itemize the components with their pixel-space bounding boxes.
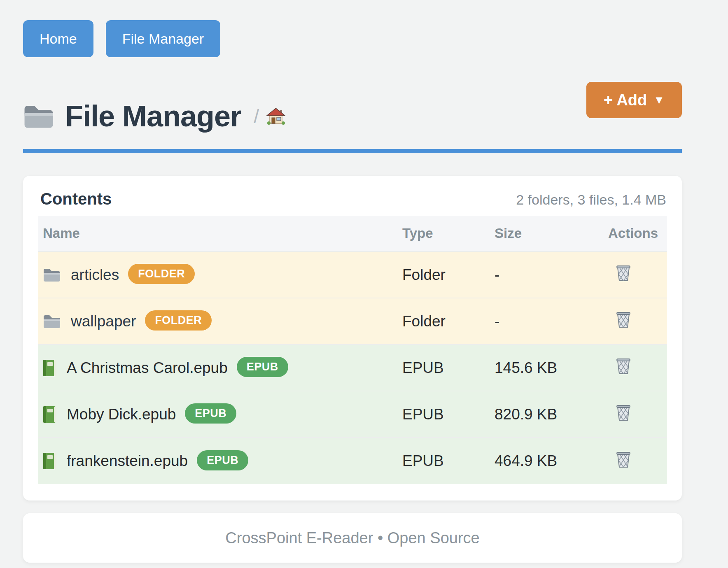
contents-header: Contents 2 folders, 3 files, 1.4 MB [38, 190, 667, 208]
trash-icon [616, 311, 631, 328]
book-icon [43, 359, 57, 377]
page-container: Home File Manager File Manager / + Add ▼… [23, 0, 682, 563]
delete-button[interactable] [616, 357, 631, 375]
trash-icon [616, 451, 631, 468]
type-cell: EPUB [402, 438, 495, 484]
type-cell: Folder [402, 298, 495, 345]
type-cell: Folder [402, 251, 495, 298]
type-cell: EPUB [402, 391, 495, 438]
file-name-link[interactable]: A Christmas Carol.epub [67, 359, 228, 377]
house-icon[interactable] [266, 108, 285, 125]
table-row: wallpaper FOLDER Folder - [38, 298, 667, 345]
delete-button[interactable] [616, 311, 631, 328]
size-cell: 464.9 KB [495, 438, 608, 484]
table-header-row: Name Type Size Actions [38, 216, 667, 251]
chevron-down-icon: ▼ [653, 94, 665, 107]
add-button-label: + Add [604, 91, 647, 109]
file-table-body: articles FOLDER Folder - wallpaper FOLDE… [38, 251, 667, 484]
trash-icon [616, 264, 631, 282]
size-cell: - [495, 298, 608, 345]
file-table: Name Type Size Actions articles FOLDER F… [38, 216, 667, 484]
delete-button[interactable] [616, 404, 631, 421]
add-button[interactable]: + Add ▼ [586, 82, 682, 118]
title-wrap: File Manager / [23, 100, 285, 149]
type-badge: EPUB [185, 403, 236, 424]
delete-button[interactable] [616, 264, 631, 282]
book-icon [43, 452, 57, 470]
size-cell: - [495, 251, 608, 298]
page-title: File Manager [65, 100, 241, 133]
size-cell: 820.9 KB [495, 391, 608, 438]
folder-icon [43, 268, 61, 282]
type-cell: EPUB [402, 345, 495, 391]
type-badge: EPUB [197, 450, 248, 470]
type-badge: EPUB [237, 357, 288, 377]
book-icon [43, 406, 57, 423]
file-name-link[interactable]: Moby Dick.epub [67, 406, 176, 423]
home-button[interactable]: Home [23, 20, 93, 57]
trash-icon [616, 404, 631, 421]
column-header-type: Type [402, 216, 495, 251]
folder-name-link[interactable]: wallpaper [71, 313, 136, 330]
table-row: Moby Dick.epub EPUB EPUB 820.9 KB [38, 391, 667, 438]
folder-icon [43, 314, 61, 329]
top-nav: Home File Manager [23, 20, 682, 57]
trash-icon [616, 357, 631, 375]
table-row: articles FOLDER Folder - [38, 251, 667, 298]
file-manager-button[interactable]: File Manager [106, 20, 220, 57]
folder-icon [23, 104, 54, 129]
contents-card: Contents 2 folders, 3 files, 1.4 MB Name… [23, 176, 682, 500]
delete-button[interactable] [616, 451, 631, 468]
type-badge: FOLDER [145, 310, 212, 331]
table-row: frankenstein.epub EPUB EPUB 464.9 KB [38, 438, 667, 484]
file-name-link[interactable]: frankenstein.epub [67, 452, 188, 470]
column-header-size: Size [495, 216, 608, 251]
type-badge: FOLDER [128, 264, 195, 284]
table-row: A Christmas Carol.epub EPUB EPUB 145.6 K… [38, 345, 667, 391]
footer-card: CrossPoint E-Reader • Open Source [23, 513, 682, 563]
folder-name-link[interactable]: articles [71, 266, 119, 284]
size-cell: 145.6 KB [495, 345, 608, 391]
contents-summary: 2 folders, 3 files, 1.4 MB [516, 192, 666, 208]
column-header-actions: Actions [608, 216, 667, 251]
footer-text: CrossPoint E-Reader • Open Source [225, 529, 479, 547]
column-header-name: Name [38, 216, 402, 251]
breadcrumb-separator: / [254, 105, 259, 128]
contents-title: Contents [40, 190, 112, 208]
page-header: File Manager / + Add ▼ [23, 82, 682, 153]
